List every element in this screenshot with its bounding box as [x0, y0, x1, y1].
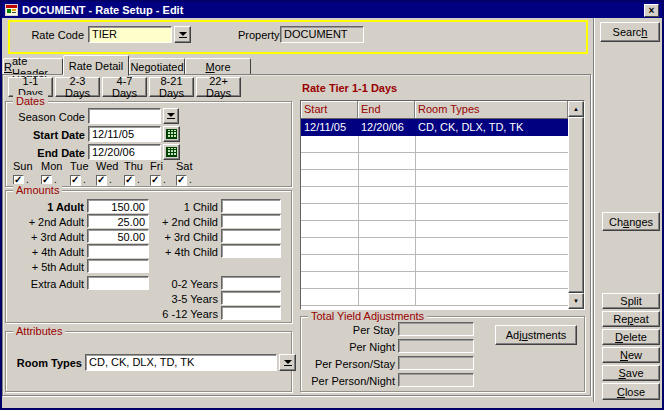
- tue-label: Tue: [70, 160, 96, 172]
- grid-header-room-types[interactable]: Room Types: [415, 101, 568, 119]
- delete-button[interactable]: Delete: [602, 329, 660, 345]
- close-icon[interactable]: ×: [644, 4, 659, 17]
- fri-checkbox[interactable]: [150, 175, 161, 186]
- end-date-label: End Date: [8, 147, 85, 159]
- years-6-12-label: 6 -12 Years: [148, 308, 218, 320]
- thu-checkbox[interactable]: [124, 175, 135, 186]
- child-3-input[interactable]: [221, 229, 281, 243]
- season-code-label: Season Code: [8, 111, 85, 123]
- rate-code-dropdown-icon[interactable]: [174, 26, 191, 43]
- repeat-button[interactable]: Repeat: [602, 311, 660, 327]
- adult-2-input[interactable]: 25.00: [87, 214, 149, 228]
- child-4-input[interactable]: [221, 244, 281, 258]
- window-title: DOCUMENT - Rate Setup - Edit: [22, 4, 183, 16]
- save-button[interactable]: Save: [602, 365, 660, 381]
- scroll-down-icon[interactable]: ▼: [568, 293, 584, 309]
- years-0-2-label: 0-2 Years: [148, 278, 218, 290]
- per-stay-label: Per Stay: [303, 324, 395, 336]
- extra-adult-label: Extra Adult: [14, 278, 84, 290]
- grid-scrollbar[interactable]: ▲ ▼: [568, 101, 584, 309]
- grid-row-selected[interactable]: 12/11/05 12/20/06 CD, CK, DLX, TD, TK: [301, 119, 568, 136]
- new-button[interactable]: New: [602, 347, 660, 363]
- grid-header-start[interactable]: Start: [301, 101, 358, 119]
- adult-2-label: + 2nd Adult: [14, 216, 84, 228]
- years-6-12-input[interactable]: [221, 306, 281, 320]
- extra-adult-input[interactable]: [87, 276, 149, 290]
- subtab-4-7-days[interactable]: 4-7 Days: [102, 77, 147, 97]
- adult-4-input[interactable]: [87, 244, 149, 258]
- tue-checkbox[interactable]: [70, 175, 81, 186]
- per-person-night-label: Per Person/Night: [303, 375, 395, 387]
- app-icon: [5, 4, 18, 16]
- mon-label: Mon: [41, 160, 70, 172]
- grid-empty-row[interactable]: [301, 204, 568, 221]
- dates-legend: Dates: [13, 95, 48, 107]
- scroll-up-icon[interactable]: ▲: [568, 101, 584, 117]
- subtab-8-21-days[interactable]: 8-21 Days: [149, 77, 194, 97]
- per-person-night-field: [398, 373, 474, 387]
- adult-3-input[interactable]: 50.00: [87, 229, 149, 243]
- split-button[interactable]: Split: [602, 293, 660, 309]
- adult-5-input[interactable]: [87, 259, 149, 273]
- end-date-input[interactable]: 12/20/06: [88, 144, 161, 160]
- title-bar[interactable]: DOCUMENT - Rate Setup - Edit ×: [2, 2, 662, 18]
- subtab-1-1-days[interactable]: 1-1 Days: [8, 77, 53, 97]
- child-2-label: + 2nd Child: [148, 216, 218, 228]
- season-code-dropdown-icon[interactable]: [163, 108, 179, 124]
- adult-1-input[interactable]: 150.00: [87, 199, 149, 213]
- grid-empty-row[interactable]: [301, 238, 568, 255]
- season-code-input[interactable]: [88, 108, 161, 124]
- grid-empty-row[interactable]: [301, 255, 568, 272]
- end-date-calendar-icon[interactable]: [163, 144, 180, 160]
- changes-button[interactable]: Changes: [602, 212, 660, 231]
- child-1-input[interactable]: [221, 199, 281, 213]
- adjustments-button[interactable]: Adjustments: [495, 325, 577, 345]
- room-types-label: Room Types: [14, 357, 82, 369]
- sat-label: Sat: [176, 160, 202, 172]
- thu-label: Thu: [124, 160, 150, 172]
- adult-1-label: 1 Adult: [14, 201, 84, 213]
- rate-tier-grid: Start End Room Types 12/11/05 12/20/06 C…: [300, 100, 585, 310]
- cell-room-types: CD, CK, DLX, TD, TK: [415, 119, 568, 135]
- rate-code-label: Rate Code: [20, 29, 84, 41]
- per-person-stay-label: Per Person/Stay: [303, 358, 395, 370]
- tab-rate-detail[interactable]: Rate Detail: [63, 55, 129, 76]
- subtab-2-3-days[interactable]: 2-3 Days: [55, 77, 100, 97]
- tab-rate-header[interactable]: Rate Header: [3, 58, 63, 75]
- dot: .: [189, 174, 192, 185]
- tab-more[interactable]: More: [185, 58, 251, 75]
- scroll-thumb[interactable]: [568, 117, 584, 293]
- rate-tier-title: Rate Tier 1-1 Days: [302, 82, 397, 94]
- grid-empty-row[interactable]: [301, 153, 568, 170]
- cell-end: 12/20/06: [358, 119, 415, 135]
- start-date-calendar-icon[interactable]: [163, 126, 180, 142]
- grid-empty-row[interactable]: [301, 221, 568, 238]
- grid-header-end[interactable]: End: [358, 101, 415, 119]
- grid-empty-row[interactable]: [301, 272, 568, 289]
- search-button[interactable]: Search: [600, 22, 660, 42]
- rate-setup-window: DOCUMENT - Rate Setup - Edit × Rate Code…: [0, 0, 664, 410]
- child-1-label: 1 Child: [148, 201, 218, 213]
- child-3-label: + 3rd Child: [148, 231, 218, 243]
- close-button[interactable]: Close: [602, 383, 660, 400]
- room-types-dropdown-icon[interactable]: [279, 354, 296, 371]
- rate-code-input[interactable]: TIER: [88, 26, 172, 43]
- tab-negotiated[interactable]: Negotiated: [129, 58, 185, 75]
- sat-checkbox[interactable]: [176, 175, 187, 186]
- grid-empty-row[interactable]: [301, 289, 568, 306]
- child-2-input[interactable]: [221, 214, 281, 228]
- grid-empty-row[interactable]: [301, 187, 568, 204]
- years-3-5-input[interactable]: [221, 291, 281, 305]
- grid-empty-row[interactable]: [301, 136, 568, 153]
- dot: .: [137, 174, 140, 185]
- per-night-field: [398, 339, 474, 353]
- room-types-input[interactable]: CD, CK, DLX, TD, TK: [85, 354, 277, 371]
- grid-empty-row[interactable]: [301, 170, 568, 187]
- weekday-labels-row: Sun Mon Tue Wed Thu Fri Sat: [13, 160, 213, 172]
- adult-4-label: + 4th Adult: [14, 246, 84, 258]
- start-date-input[interactable]: 12/11/05: [88, 126, 161, 142]
- subtab-22plus-days[interactable]: 22+ Days: [196, 77, 241, 97]
- property-label: Property: [238, 29, 276, 41]
- years-0-2-input[interactable]: [221, 276, 281, 290]
- wed-checkbox[interactable]: [96, 175, 107, 186]
